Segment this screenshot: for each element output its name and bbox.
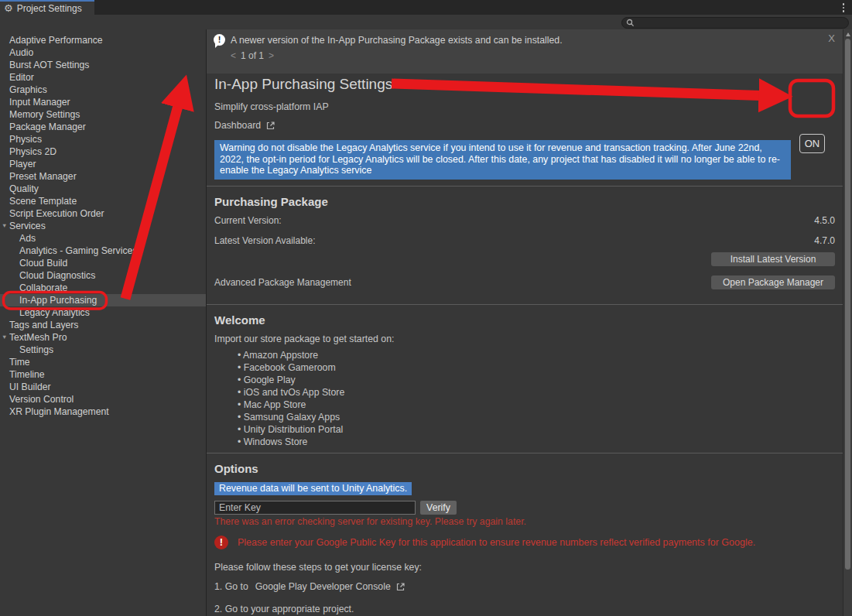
sidebar-item-label: Time [9,357,30,368]
expander-triangle-icon[interactable]: ▼ [2,331,7,344]
sidebar-item-label: Input Manager [9,97,70,108]
page-title: In-App Purchasing Settings [214,76,835,93]
sidebar-item-cloud-diagnostics[interactable]: Cloud Diagnostics [0,269,206,282]
sidebar-item-label: Physics 2D [9,146,56,157]
kebab-menu-icon[interactable] [840,2,847,13]
sidebar-item-services[interactable]: ▼Services [0,220,206,232]
notification-close-button[interactable]: X [828,33,835,44]
sidebar-item-analytics-gaming-services[interactable]: Analytics - Gaming Services [0,245,206,257]
options-section: Options Revenue data will be sent to Uni… [207,453,843,616]
expander-triangle-icon[interactable]: ▼ [2,220,7,232]
current-version-value: 4.5.0 [814,215,835,226]
sidebar-item-label: Physics [9,134,42,145]
sidebar-item-physics-2d[interactable]: Physics 2D [0,145,206,158]
tab-project-settings[interactable]: ⚙ Project Settings [0,0,94,15]
store-list-item: Unity Distribution Portal [214,423,835,436]
sidebar-item-package-manager[interactable]: Package Manager [0,121,206,133]
sidebar-item-textmesh-pro[interactable]: ▼TextMesh Pro [0,331,206,344]
sidebar-item-cloud-build[interactable]: Cloud Build [0,257,206,269]
sidebar-item-in-app-purchasing[interactable]: In-App Purchasing [0,294,206,306]
step1-prefix: 1. Go to [214,581,248,592]
purchasing-package-section: Purchasing Package Current Version: 4.5.… [207,186,843,304]
scroll-up-arrow-icon[interactable] [846,33,850,36]
sidebar-item-label: Analytics - Gaming Services [19,245,137,256]
sidebar-item-label: In-App Purchasing [19,295,97,306]
tab-title: Project Settings [17,3,82,14]
main-panel: ! A newer version of the In-App Purchasi… [206,29,843,616]
sidebar-item-tags-and-layers[interactable]: Tags and Layers [0,319,206,331]
search-box[interactable] [621,17,849,29]
sidebar-item-label: Collaborate [19,282,67,293]
sidebar-item-input-manager[interactable]: Input Manager [0,96,206,108]
external-link-icon [395,582,405,592]
sidebar-list: Adaptive PerformanceAudioBurst AOT Setti… [0,15,206,418]
search-input[interactable] [635,18,836,27]
store-list-item: Google Play [214,374,835,386]
sidebar-item-label: Graphics [9,84,47,95]
latest-version-label: Latest Version Available: [214,235,316,246]
sidebar-item-scene-template[interactable]: Scene Template [0,195,206,207]
sidebar-item-player[interactable]: Player [0,158,206,170]
sidebar-item-label: Settings [19,344,53,355]
sidebar-item-label: Burst AOT Settings [9,60,89,70]
sidebar-item-label: Audio [9,47,33,58]
sidebar-item-timeline[interactable]: Timeline [0,368,206,381]
sidebar-item-label: Services [9,221,46,231]
sidebar-item-ui-builder[interactable]: UI Builder [0,381,206,393]
sidebar-item-label: Scene Template [9,196,77,207]
iap-settings-header-section: In-App Purchasing Settings Simplify cros… [207,74,843,186]
sidebar-item-label: Tags and Layers [9,320,78,330]
sidebar-item-legacy-analytics[interactable]: Legacy Analytics [0,306,206,319]
sidebar-item-graphics[interactable]: Graphics [0,84,206,96]
update-notification: ! A newer version of the In-App Purchasi… [207,29,843,74]
sidebar-item-label: Editor [9,72,34,83]
verify-button[interactable]: Verify [420,501,457,515]
sidebar-item-time[interactable]: Time [0,356,206,368]
google-key-input[interactable] [214,501,416,515]
sidebar-item-label: TextMesh Pro [9,332,67,343]
sidebar-item-memory-settings[interactable]: Memory Settings [0,108,206,121]
sidebar-item-burst-aot-settings[interactable]: Burst AOT Settings [0,59,206,71]
sidebar-item-version-control[interactable]: Version Control [0,393,206,406]
sidebar-item-label: Adaptive Performance [9,35,103,46]
store-list-item: Mac App Store [214,399,835,411]
sidebar-item-label: Legacy Analytics [19,307,90,318]
sidebar-item-label: XR Plugin Management [9,406,109,417]
pager-next-button[interactable]: > [269,50,274,61]
current-version-label: Current Version: [214,215,282,226]
google-play-console-link[interactable]: Google Play Developer Console [255,581,391,592]
sidebar-item-script-execution-order[interactable]: Script Execution Order [0,207,206,220]
welcome-section: Welcome Import our store package to get … [207,304,843,453]
sidebar-item-collaborate[interactable]: Collaborate [0,282,206,294]
sidebar-item-label: UI Builder [9,382,51,392]
sidebar-item-ads[interactable]: Ads [0,232,206,245]
sidebar-item-label: Memory Settings [9,109,80,120]
advanced-package-management-label: Advanced Package Management [214,277,351,288]
sidebar-item-label: Package Manager [9,121,86,132]
store-list-item: iOS and tvOs App Store [214,386,835,399]
scrollbar-thumb[interactable] [845,39,850,570]
open-package-manager-button[interactable]: Open Package Manager [711,275,835,289]
sidebar-item-audio[interactable]: Audio [0,46,206,59]
sidebar-item-xr-plugin-management[interactable]: XR Plugin Management [0,406,206,418]
sidebar-item-preset-manager[interactable]: Preset Manager [0,170,206,183]
vertical-scrollbar[interactable] [843,29,852,616]
sidebar-item-editor[interactable]: Editor [0,71,206,84]
analytics-notice-badge: Revenue data will be sent to Unity Analy… [214,482,412,495]
pager-label: 1 of 1 [241,50,264,61]
latest-version-value: 4.7.0 [814,235,835,246]
notification-pager: < 1 of 1 > [231,50,835,61]
notification-text: A newer version of the In-App Purchasing… [231,35,563,46]
dashboard-link[interactable]: Dashboard [214,120,275,131]
title-bar: ⚙ Project Settings [0,0,852,15]
sidebar-item-quality[interactable]: Quality [0,183,206,195]
sidebar-item-adaptive-performance[interactable]: Adaptive Performance [0,34,206,46]
pager-prev-button[interactable]: < [231,50,236,61]
welcome-intro: Import our store package to get started … [214,334,835,344]
legacy-analytics-warning: Warning do not disable the Legacy Analyt… [214,140,791,180]
sidebar-item-physics[interactable]: Physics [0,133,206,145]
sidebar-item-settings[interactable]: Settings [0,344,206,356]
iap-on-toggle-button[interactable]: ON [799,134,825,153]
store-list-item: Windows Store [214,436,835,448]
install-latest-version-button[interactable]: Install Latest Version [711,252,835,266]
